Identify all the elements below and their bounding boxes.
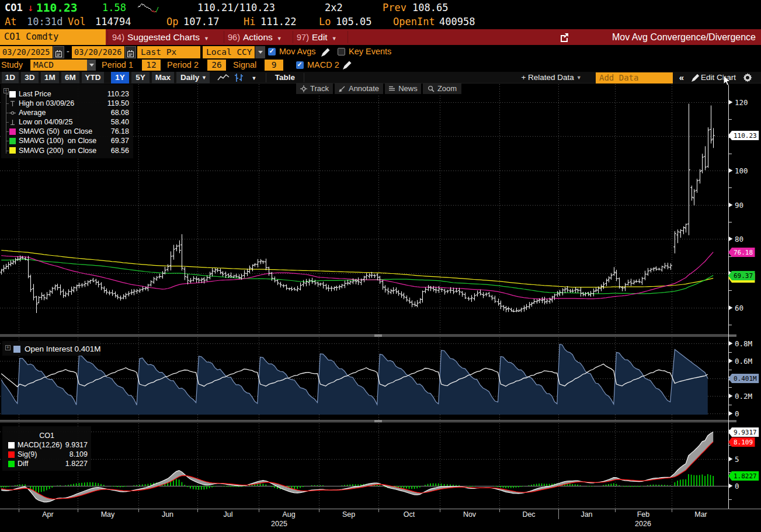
chart-canvas[interactable]: 120110100908070600.8M0.6M0.4M0.2M0105011… bbox=[0, 0, 761, 532]
axis-badge: 1.8227 bbox=[728, 471, 759, 481]
last-price-swatch bbox=[9, 91, 16, 98]
legend-row-macd[interactable]: MACD(12,26) 9.9317 bbox=[2, 440, 91, 450]
axis-value-badges: 110.2368.5676.1869.370.401M9.93178.1091.… bbox=[728, 131, 759, 481]
axis-tick-label: 5 bbox=[735, 455, 739, 464]
legend-row-signal[interactable]: Sig(9) 8.109 bbox=[2, 450, 91, 459]
axis-tick-arrow bbox=[729, 100, 733, 105]
annotate-icon bbox=[339, 85, 346, 92]
month-label: Jul bbox=[224, 510, 233, 519]
open-interest-swatch bbox=[13, 346, 20, 353]
axis-badge: 69.37 bbox=[728, 271, 755, 280]
bloomberg-terminal: CO1 ↓ 110.23 1.58 110.21/110.23 2x2 Prev… bbox=[0, 0, 761, 532]
axis-badge: 8.109 bbox=[728, 437, 755, 447]
axis-tick-label: 100 bbox=[735, 166, 748, 175]
axis-tick-arrow bbox=[729, 237, 733, 241]
legend-tree-stub bbox=[6, 103, 9, 104]
open-interest-area bbox=[1, 344, 708, 415]
legend-tree-stub bbox=[6, 131, 9, 132]
legend-collapse-icon[interactable]: + bbox=[5, 345, 11, 350]
axis-tick-arrow bbox=[729, 411, 733, 416]
legend-row-diff[interactable]: Diff 1.8227 bbox=[2, 459, 91, 468]
svg-text:8.109: 8.109 bbox=[734, 439, 753, 446]
svg-text:9.9317: 9.9317 bbox=[734, 429, 757, 436]
mouse-cursor bbox=[723, 75, 731, 86]
main-chart-legend: + Last Price 110.23 High on 03/09/26 119… bbox=[1, 84, 133, 158]
macd-swatch bbox=[8, 442, 15, 448]
month-label: Apr bbox=[42, 510, 53, 519]
zoom-icon bbox=[428, 85, 435, 92]
month-label: May bbox=[101, 510, 115, 519]
zoom-button[interactable]: Zoom bbox=[423, 83, 461, 94]
macd-line bbox=[1, 432, 713, 502]
average-marker-icon bbox=[9, 110, 16, 116]
svg-text:0.401M: 0.401M bbox=[734, 375, 757, 383]
smavg200-swatch bbox=[9, 147, 16, 154]
smavg50-swatch bbox=[9, 128, 16, 135]
axis-tick-label: 60 bbox=[735, 304, 743, 312]
diff-swatch bbox=[8, 461, 15, 467]
track-button[interactable]: Track bbox=[296, 83, 333, 94]
signal-swatch bbox=[8, 451, 15, 458]
smavg50-line bbox=[1, 252, 713, 299]
month-label: Nov bbox=[463, 510, 477, 519]
axis-tick-arrow bbox=[729, 359, 733, 363]
month-label: Feb bbox=[637, 510, 650, 519]
axis-badge: 0.401M bbox=[728, 374, 759, 383]
axis-tick-arrow bbox=[729, 168, 733, 173]
legend-tree-stub bbox=[6, 122, 9, 123]
month-label: Sep bbox=[342, 510, 355, 519]
open-interest-legend[interactable]: + Open Interest 0.401M bbox=[2, 341, 100, 356]
axis-badge: 9.9317 bbox=[728, 427, 759, 437]
svg-text:1.8227: 1.8227 bbox=[734, 472, 757, 480]
axis-tick-arrow bbox=[729, 305, 733, 310]
month-label: Mar bbox=[694, 510, 707, 519]
x-axis: AprMayJunJulAugSepOctNovDecJanFebMar2025… bbox=[0, 509, 761, 528]
open-interest-value: 0.401M bbox=[75, 345, 101, 353]
year-label: 2025 bbox=[271, 520, 287, 528]
legend-row-last-price[interactable]: Last Price 110.23 bbox=[1, 89, 133, 99]
macd-legend: CO1 MACD(12,26) 9.9317 Sig(9) 8.109 Diff… bbox=[2, 426, 91, 471]
news-icon bbox=[388, 85, 395, 92]
macd-legend-title: CO1 bbox=[2, 432, 91, 440]
smavg100-swatch bbox=[9, 138, 16, 144]
panel-divider[interactable] bbox=[0, 420, 736, 423]
axis-tick-arrow bbox=[729, 341, 733, 346]
axis-tick-label: 90 bbox=[735, 201, 743, 210]
axis-tick-label: 0 bbox=[735, 482, 739, 491]
axis-badge: 110.23 bbox=[728, 131, 759, 140]
macd-signal-spread-fill bbox=[1, 432, 713, 502]
legend-tree-stub bbox=[6, 94, 9, 95]
month-label: Aug bbox=[282, 510, 295, 519]
legend-row-high[interactable]: High on 03/09/26 119.50 bbox=[1, 99, 133, 108]
track-icon bbox=[300, 85, 307, 92]
month-label: Jan bbox=[581, 510, 592, 519]
legend-row-smavg200[interactable]: SMAVG (200) on Close 68.56 bbox=[1, 146, 133, 155]
legend-tree-stub bbox=[6, 141, 9, 141]
open-interest-series bbox=[1, 344, 708, 415]
axis-tick-arrow bbox=[729, 457, 733, 461]
macd-series bbox=[0, 432, 728, 502]
axis-tick-label: 0 bbox=[735, 409, 739, 418]
legend-row-smavg100[interactable]: SMAVG (100) on Close 69.37 bbox=[1, 136, 133, 145]
svg-text:76.18: 76.18 bbox=[734, 249, 753, 256]
svg-text:110.23: 110.23 bbox=[734, 132, 757, 140]
legend-row-average[interactable]: Average 68.08 bbox=[1, 108, 133, 117]
axis-tick-label: 0.6M bbox=[735, 357, 752, 366]
annotate-button[interactable]: Annotate bbox=[335, 83, 383, 94]
month-label: Dec bbox=[522, 510, 535, 519]
legend-tree-stub bbox=[6, 113, 9, 113]
news-button[interactable]: News bbox=[385, 83, 421, 94]
month-label: Oct bbox=[404, 510, 415, 519]
year-label: 2026 bbox=[635, 520, 651, 528]
month-label: Jun bbox=[162, 510, 173, 519]
panel-divider[interactable] bbox=[0, 335, 736, 338]
axis-tick-arrow bbox=[729, 394, 733, 398]
axis-tick-label: 120 bbox=[735, 98, 748, 107]
legend-row-smavg50[interactable]: SMAVG (50) on Close 76.18 bbox=[1, 127, 133, 136]
macd-signal-line bbox=[1, 442, 713, 499]
low-marker-icon bbox=[9, 119, 16, 126]
legend-row-low[interactable]: Low on 04/09/25 58.40 bbox=[1, 117, 133, 127]
axis-tick-arrow bbox=[729, 484, 733, 488]
axis-tick-label: 80 bbox=[735, 235, 743, 244]
axis-tick-label: 0.8M bbox=[735, 339, 752, 348]
